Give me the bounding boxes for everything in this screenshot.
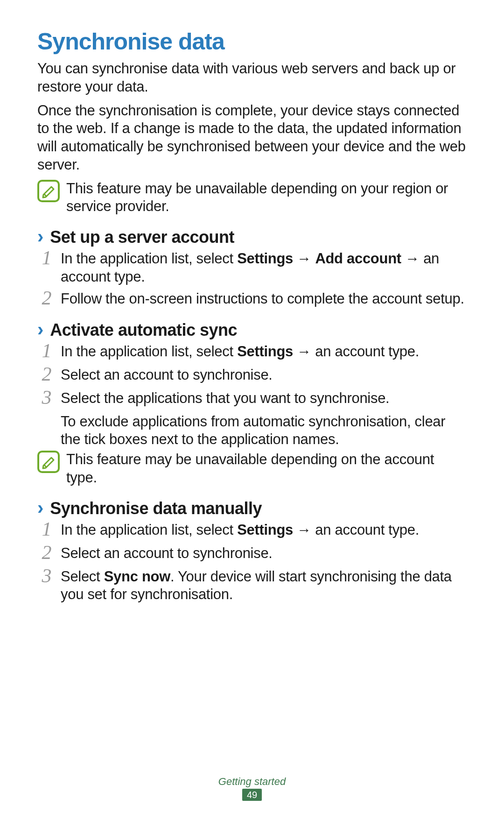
- step-row: 3 Select Sync now. Your device will star…: [37, 568, 467, 604]
- step-row: 2 Select an account to synchronise.: [37, 366, 467, 386]
- step-text: In the application list, select Settings…: [61, 343, 419, 361]
- subheading-title: Activate automatic sync: [50, 320, 237, 340]
- step-number: 3: [37, 388, 56, 407]
- step-number: 1: [37, 519, 56, 539]
- note-text: This feature may be unavailable dependin…: [66, 180, 467, 216]
- step-row: 1 In the application list, select Settin…: [37, 250, 467, 286]
- note-icon: [37, 451, 60, 473]
- step-row: 1 In the application list, select Settin…: [37, 343, 467, 362]
- note-region-availability: This feature may be unavailable dependin…: [37, 180, 467, 216]
- step-number: 2: [37, 288, 56, 308]
- step-text: Select Sync now. Your device will start …: [61, 568, 467, 604]
- svg-line-0: [44, 194, 47, 197]
- intro-paragraph-2: Once the synchronisation is complete, yo…: [37, 102, 467, 174]
- step-number: 3: [37, 566, 56, 586]
- subheading-set-up-server-account: › Set up a server account: [37, 227, 467, 247]
- step-text: In the application list, select Settings…: [61, 521, 419, 539]
- note-account-type: This feature may be unavailable dependin…: [37, 451, 467, 487]
- chevron-icon: ›: [37, 498, 43, 517]
- chevron-icon: ›: [37, 320, 43, 339]
- step-number: 1: [37, 248, 56, 268]
- step-row: 2 Select an account to synchronise.: [37, 544, 467, 564]
- page-footer: Getting started 49: [0, 776, 504, 801]
- footer-page-number: 49: [242, 789, 262, 801]
- page-title: Synchronise data: [37, 28, 467, 55]
- subheading-title: Set up a server account: [50, 227, 234, 247]
- step-row: 3 Select the applications that you want …: [37, 389, 467, 409]
- footer-section-label: Getting started: [0, 776, 504, 788]
- step-continuation: To exclude applications from automatic s…: [61, 413, 467, 449]
- step-number: 2: [37, 543, 56, 562]
- step-text: Select an account to synchronise.: [61, 366, 273, 384]
- step-number: 1: [37, 341, 56, 360]
- manual-page: Synchronise data You can synchronise dat…: [0, 0, 504, 827]
- chevron-icon: ›: [37, 227, 43, 246]
- subheading-activate-automatic-sync: › Activate automatic sync: [37, 320, 467, 340]
- note-icon: [37, 180, 60, 202]
- intro-paragraph-1: You can synchronise data with various we…: [37, 60, 467, 96]
- subheading-synchronise-manually: › Synchronise data manually: [37, 498, 467, 518]
- svg-line-1: [44, 465, 47, 467]
- subheading-title: Synchronise data manually: [50, 499, 262, 518]
- step-text: Select an account to synchronise.: [61, 544, 273, 563]
- step-row: 2 Follow the on-screen instructions to c…: [37, 290, 467, 310]
- step-text: Follow the on-screen instructions to com…: [61, 290, 464, 308]
- note-text: This feature may be unavailable dependin…: [66, 451, 467, 487]
- step-text: Select the applications that you want to…: [61, 389, 389, 408]
- step-row: 1 In the application list, select Settin…: [37, 521, 467, 541]
- step-number: 2: [37, 364, 56, 384]
- step-text: In the application list, select Settings…: [61, 250, 467, 286]
